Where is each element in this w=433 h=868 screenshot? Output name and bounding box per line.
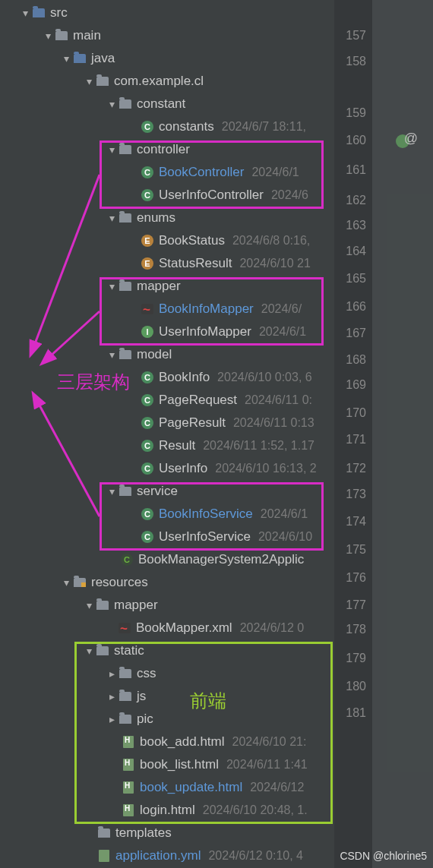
watermark: CSDN @chlorine5 [340,850,427,862]
class-icon: C [141,508,153,520]
chevron-down-icon[interactable] [106,280,117,292]
file-meta: 2024/6/ [261,302,302,316]
class-icon: C [141,462,153,475]
file-label: BookMapper.xml [136,620,232,636]
file-pagerequest[interactable]: C PageRequest 2024/6/11 0: [0,389,334,412]
file-bookmapper-xml[interactable]: BookMapper.xml 2024/6/12 0 [0,617,334,639]
file-meta: 2024/6/10 [258,530,312,544]
file-application-yml[interactable]: application.yml 2024/6/12 0:10, 4 [0,844,334,867]
line-number: 177 [346,598,366,612]
line-number: 165 [346,272,366,286]
folder-icon [33,8,45,17]
file-book-add[interactable]: book_add.html 2024/6/10 21: [0,731,334,753]
folder-controller[interactable]: controller [0,138,334,161]
file-label: UserInfoController [159,188,264,203]
folder-model[interactable]: model [0,343,334,366]
line-number: 173 [346,488,366,501]
line-number: 176 [346,571,366,585]
file-book-list[interactable]: book_list.html 2024/6/11 1:41 [0,753,334,776]
folder-main[interactable]: main [0,24,334,47]
file-result[interactable]: C Result 2024/6/11 1:52, 1.17 [0,434,334,457]
folder-constant[interactable]: constant [0,93,334,115]
chevron-right-icon[interactable] [106,668,117,680]
folder-icon [119,282,131,291]
folder-label: main [73,28,101,43]
chevron-down-icon[interactable] [84,645,94,657]
folder-service[interactable]: service [0,480,334,503]
file-meta: 2024/6/11 0: [245,393,312,407]
folder-icon [119,99,131,109]
html-file-icon [123,736,134,748]
file-meta: 2024/6 [271,188,308,202]
folder-label: java [91,51,115,66]
file-bookinfo[interactable]: C BookInfo 2024/6/10 0:03, 6 [0,366,334,389]
folder-icon [119,350,131,359]
chevron-down-icon[interactable] [84,599,94,611]
folder-pic[interactable]: pic [0,708,334,731]
file-bookcontroller[interactable]: C BookController 2024/6/1 [0,161,334,184]
chevron-down-icon[interactable] [84,75,94,87]
line-number: 162 [346,194,366,207]
folder-src[interactable]: src [0,2,334,24]
line-number: 157 [346,29,366,43]
file-statusresult[interactable]: E StatusResult 2024/6/10 21 [0,252,334,275]
folder-package[interactable]: com.example.cl [0,70,334,93]
file-springapp[interactable]: C BookManagerSystem2Applic [0,548,334,571]
chevron-down-icon[interactable] [106,349,117,361]
folder-css[interactable]: css [0,662,334,685]
html-file-icon [123,804,134,816]
file-userinfocontroller[interactable]: C UserInfoController 2024/6 [0,184,334,207]
file-userinfoservice[interactable]: C UserInfoService 2024/6/10 [0,526,334,548]
folder-js[interactable]: js [0,685,334,708]
chevron-down-icon[interactable] [106,485,117,497]
folder-mapper-res[interactable]: mapper [0,594,334,617]
file-bookstatus[interactable]: E BookStatus 2024/6/8 0:16, [0,229,334,252]
file-login[interactable]: login.html 2024/6/10 20:48, 1. [0,799,334,822]
chevron-down-icon[interactable] [106,144,117,156]
file-meta: 2024/6/1 [261,507,308,521]
line-number: 161 [346,163,366,177]
file-meta: 2024/6/12 0:10, 4 [208,849,303,863]
chevron-down-icon[interactable] [43,30,53,42]
chevron-down-icon[interactable] [61,576,71,589]
folder-resources[interactable]: resources [0,571,334,594]
chevron-right-icon[interactable] [106,690,117,702]
line-number: 175 [346,543,366,557]
file-book-update[interactable]: book_update.html 2024/6/12 [0,776,334,799]
file-constants[interactable]: C constants 2024/6/7 18:11, [0,115,334,138]
chevron-right-icon[interactable] [106,713,117,725]
folder-enums[interactable]: enums [0,207,334,229]
file-label: BookStatus [159,233,225,248]
file-meta: 2024/6/10 21 [239,257,310,270]
file-bookinfoservice[interactable]: C BookInfoService 2024/6/1 [0,503,334,526]
chevron-down-icon[interactable] [20,7,30,19]
file-userinfo[interactable]: C UserInfo 2024/6/10 16:13, 2 [0,457,334,480]
file-label: book_list.html [140,757,219,772]
chevron-down-icon[interactable] [106,98,117,110]
file-bookinfomapper[interactable]: BookInfoMapper 2024/6/ [0,298,334,320]
chevron-down-icon[interactable] [61,52,71,65]
file-meta: 2024/6/1 [251,166,299,179]
file-userinfomapper[interactable]: I UserInfoMapper 2024/6/1 [0,320,334,343]
html-file-icon [123,781,134,794]
folder-label: service [137,484,178,499]
file-meta: 2024/6/10 21: [232,735,307,749]
folder-java[interactable]: java [0,47,334,70]
file-label: constants [159,119,214,134]
line-gutter: 157 158 159 160 161 162 163 164 165 166 … [334,0,372,868]
line-number: 169 [346,378,366,392]
chevron-down-icon[interactable] [106,212,117,224]
file-label: UserInfoService [159,529,251,544]
file-label: BookController [159,165,244,180]
file-pageresult[interactable]: C PageResult 2024/6/11 0:13 [0,412,334,434]
folder-mapper[interactable]: mapper [0,275,334,298]
line-number: 167 [346,327,366,340]
folder-static[interactable]: static [0,639,334,662]
class-icon: C [141,189,153,201]
line-number: 166 [346,300,366,314]
file-meta: 2024/6/12 [250,781,304,794]
folder-label: src [50,5,68,21]
folder-templates[interactable]: templates [0,822,334,844]
project-tree[interactable]: src main java com.example.cl constant C … [0,0,334,868]
line-number: 168 [346,353,366,367]
